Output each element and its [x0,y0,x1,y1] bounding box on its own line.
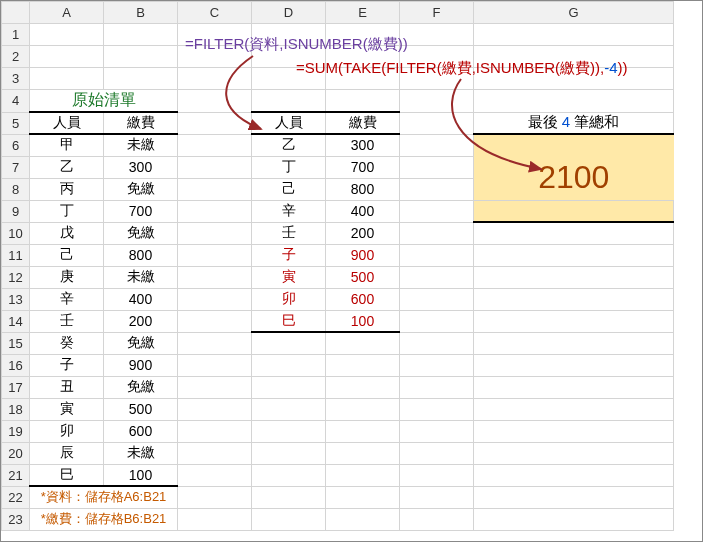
cell-E15[interactable] [326,332,400,354]
cell-D9[interactable]: 辛 [252,200,326,222]
cell-F12[interactable] [400,266,474,288]
cell-B19[interactable]: 600 [104,420,178,442]
cell-A13[interactable]: 辛 [30,288,104,310]
cell-C11[interactable] [178,244,252,266]
cell-B2[interactable] [104,46,178,68]
cell-B6[interactable]: 未繳 [104,134,178,156]
cell-G9[interactable] [474,200,674,222]
cell-D16[interactable] [252,354,326,376]
cell-G18[interactable] [474,398,674,420]
cell-C18[interactable] [178,398,252,420]
cell-E18[interactable] [326,398,400,420]
cell-B5[interactable]: 繳費 [104,112,178,134]
row-header[interactable]: 13 [2,288,30,310]
cell-C4[interactable] [178,90,252,113]
cell-E13[interactable]: 600 [326,288,400,310]
cell-A8[interactable]: 丙 [30,178,104,200]
cell-G11[interactable] [474,244,674,266]
cell-E7[interactable]: 700 [326,156,400,178]
cell-F19[interactable] [400,420,474,442]
cell-F17[interactable] [400,376,474,398]
cell-D12[interactable]: 寅 [252,266,326,288]
cell-E11[interactable]: 900 [326,244,400,266]
row-header[interactable]: 3 [2,68,30,90]
cell-F7[interactable] [400,156,474,178]
cell-G4[interactable] [474,90,674,113]
cell-D4[interactable] [252,90,326,113]
cell-D6[interactable]: 乙 [252,134,326,156]
row-header[interactable]: 5 [2,112,30,134]
row-header[interactable]: 21 [2,464,30,486]
cell-G6[interactable] [474,134,674,156]
cell-D22[interactable] [252,486,326,508]
cell-E12[interactable]: 500 [326,266,400,288]
cell-G7[interactable]: 2100 [474,156,674,200]
cell-C13[interactable] [178,288,252,310]
cell-B14[interactable]: 200 [104,310,178,332]
cell-E20[interactable] [326,442,400,464]
cell-G15[interactable] [474,332,674,354]
cell-A20[interactable]: 辰 [30,442,104,464]
cell-B16[interactable]: 900 [104,354,178,376]
row-header[interactable]: 23 [2,508,30,530]
row-header[interactable]: 16 [2,354,30,376]
cell-E22[interactable] [326,486,400,508]
cell-B21[interactable]: 100 [104,464,178,486]
cell-F23[interactable] [400,508,474,530]
row-header[interactable]: 2 [2,46,30,68]
row-header[interactable]: 17 [2,376,30,398]
cell-C15[interactable] [178,332,252,354]
cell-C6[interactable] [178,134,252,156]
cell-G10[interactable] [474,222,674,244]
cell-E8[interactable]: 800 [326,178,400,200]
cell-F11[interactable] [400,244,474,266]
cell-E10[interactable]: 200 [326,222,400,244]
cell-C14[interactable] [178,310,252,332]
cell-A10[interactable]: 戊 [30,222,104,244]
cell-E19[interactable] [326,420,400,442]
cell-C8[interactable] [178,178,252,200]
cell-G14[interactable] [474,310,674,332]
cell-F14[interactable] [400,310,474,332]
cell-F1[interactable] [400,24,474,46]
cell-F6[interactable] [400,134,474,156]
cell-D18[interactable] [252,398,326,420]
cell-G19[interactable] [474,420,674,442]
row-header[interactable]: 9 [2,200,30,222]
col-header[interactable]: G [474,2,674,24]
row-header[interactable]: 19 [2,420,30,442]
cell-C21[interactable] [178,464,252,486]
cell-A12[interactable]: 庚 [30,266,104,288]
row-header[interactable]: 10 [2,222,30,244]
cell-B7[interactable]: 300 [104,156,178,178]
cell-A7[interactable]: 乙 [30,156,104,178]
row-header[interactable]: 6 [2,134,30,156]
cell-F13[interactable] [400,288,474,310]
cell-F10[interactable] [400,222,474,244]
col-header[interactable]: B [104,2,178,24]
col-header[interactable]: A [30,2,104,24]
cell-F9[interactable] [400,200,474,222]
cell-E17[interactable] [326,376,400,398]
row-header[interactable]: 12 [2,266,30,288]
cell-G23[interactable] [474,508,674,530]
cell-D11[interactable]: 子 [252,244,326,266]
cell-E16[interactable] [326,354,400,376]
cell-A4[interactable]: 原始清單 [30,90,178,113]
cell-C3[interactable] [178,68,252,90]
cell-G22[interactable] [474,486,674,508]
cell-A14[interactable]: 壬 [30,310,104,332]
cell-A16[interactable]: 子 [30,354,104,376]
cell-G12[interactable] [474,266,674,288]
cell-B12[interactable]: 未繳 [104,266,178,288]
row-header[interactable]: 11 [2,244,30,266]
cell-A11[interactable]: 己 [30,244,104,266]
row-header[interactable]: 1 [2,24,30,46]
cell-C10[interactable] [178,222,252,244]
cell-E6[interactable]: 300 [326,134,400,156]
cell-D7[interactable]: 丁 [252,156,326,178]
cell-A18[interactable]: 寅 [30,398,104,420]
cell-F18[interactable] [400,398,474,420]
cell-D13[interactable]: 卯 [252,288,326,310]
cell-C22[interactable] [178,486,252,508]
